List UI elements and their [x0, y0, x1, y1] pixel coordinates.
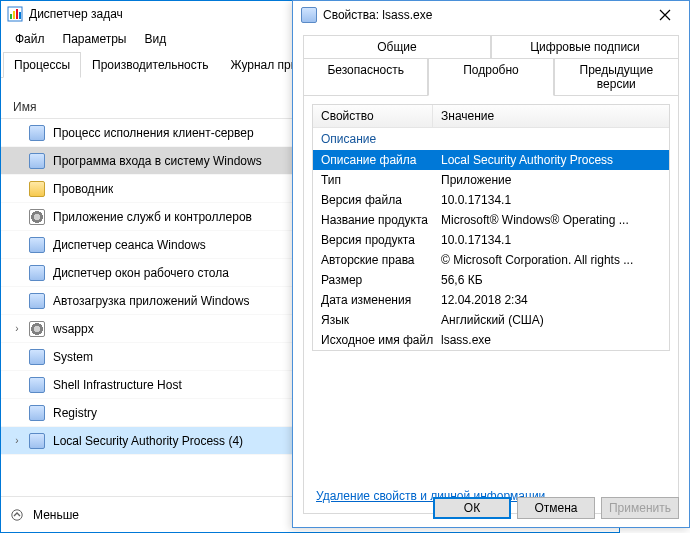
table-row[interactable]: Описание файлаLocal Security Authority P…	[313, 150, 669, 170]
apply-button[interactable]: Применить	[601, 497, 679, 519]
fewer-details-button[interactable]: Меньше	[33, 508, 79, 522]
menu-file[interactable]: Файл	[7, 29, 53, 49]
menu-view[interactable]: Вид	[136, 29, 174, 49]
ok-button[interactable]: ОК	[433, 497, 511, 519]
svg-point-5	[12, 509, 22, 519]
column-header-property[interactable]: Свойство	[313, 105, 433, 127]
table-row[interactable]: Версия файла10.0.17134.1	[313, 190, 669, 210]
properties-dialog: Свойства: lsass.exe Общие Цифровые подпи…	[292, 0, 690, 528]
table-row[interactable]: Дата изменения12.04.2018 2:34	[313, 290, 669, 310]
table-row[interactable]: Название продуктаMicrosoft® Windows® Ope…	[313, 210, 669, 230]
chevron-up-icon[interactable]	[11, 509, 27, 521]
tab-security[interactable]: Безопасность	[303, 58, 428, 96]
chevron-right-icon[interactable]: ›	[9, 435, 25, 446]
svg-rect-1	[10, 14, 12, 19]
dialog-buttons: ОК Отмена Применить	[433, 497, 679, 519]
properties-titlebar[interactable]: Свойства: lsass.exe	[293, 1, 689, 29]
table-row[interactable]: ЯзыкАнглийский (США)	[313, 310, 669, 330]
properties-tabs: Общие Цифровые подписи Безопасность Подр…	[303, 35, 679, 96]
cancel-button[interactable]: Отмена	[517, 497, 595, 519]
svg-rect-2	[13, 11, 15, 19]
table-row[interactable]: Исходное имя файлаlsass.exe	[313, 330, 669, 350]
svg-rect-3	[16, 9, 18, 19]
properties-title: Свойства: lsass.exe	[323, 8, 645, 22]
table-row[interactable]: Авторские права© Microsoft Corporation. …	[313, 250, 669, 270]
close-button[interactable]	[645, 1, 685, 29]
task-manager-title: Диспетчер задач	[29, 7, 123, 21]
file-icon	[301, 7, 317, 23]
column-header-value[interactable]: Значение	[433, 105, 502, 127]
tab-general[interactable]: Общие	[303, 35, 491, 58]
chevron-right-icon[interactable]: ›	[9, 323, 25, 334]
svg-rect-4	[19, 12, 21, 19]
properties-table: Свойство Значение Описание Описание файл…	[312, 104, 670, 351]
tab-previous-versions[interactable]: Предыдущие версии	[554, 58, 679, 96]
tab-performance[interactable]: Производительность	[81, 52, 219, 78]
menu-options[interactable]: Параметры	[55, 29, 135, 49]
group-description: Описание	[313, 128, 669, 150]
tab-processes[interactable]: Процессы	[3, 52, 81, 78]
tab-details[interactable]: Подробно	[428, 58, 553, 96]
table-row[interactable]: Размер56,6 КБ	[313, 270, 669, 290]
table-row[interactable]: Версия продукта10.0.17134.1	[313, 230, 669, 250]
task-manager-icon	[7, 6, 23, 22]
tab-digital-signatures[interactable]: Цифровые подписи	[491, 35, 679, 58]
table-row[interactable]: ТипПриложение	[313, 170, 669, 190]
